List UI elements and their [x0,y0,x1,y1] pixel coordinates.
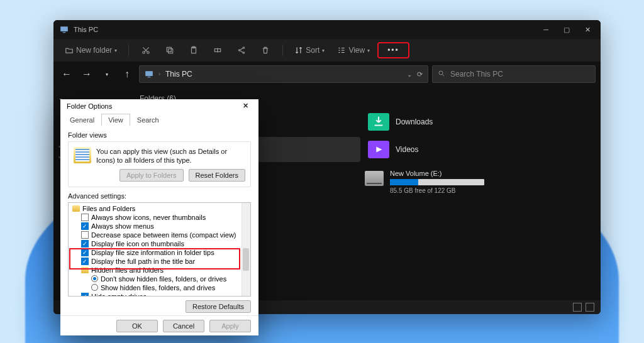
folder-views-icon [74,147,91,163]
search-input[interactable]: Search This PC [432,65,596,83]
toolbar: New folder ▾ Sort ▾ View ▾ ••• [53,39,601,62]
tree-item[interactable]: Don't show hidden files, folders, or dri… [70,275,249,283]
svg-rect-12 [145,71,153,76]
restore-defaults-button[interactable]: Restore Defaults [186,300,251,313]
reset-folders-button[interactable]: Reset Folders [189,169,245,182]
dialog-titlebar: Folder Options ✕ [60,99,258,112]
checkbox[interactable] [81,231,89,239]
checkbox[interactable] [81,214,89,221]
scrollbar-thumb[interactable] [243,248,249,271]
checkbox[interactable]: ✓ [81,249,89,256]
videos-icon [368,141,389,158]
checkbox[interactable]: ✓ [81,293,89,297]
minimize-button[interactable]: ─ [543,26,548,34]
tab-search[interactable]: Search [130,114,166,126]
tree-item[interactable]: Hidden files and folders [70,266,249,275]
search-icon [438,70,445,79]
navigation-row: ← → ▾ ↑ › This PC ⌄ ⟳ Search This PC [53,62,601,87]
radio[interactable] [91,284,98,291]
tree-item[interactable]: ✓Hide empty drives [70,292,249,297]
paste-button[interactable] [183,43,204,57]
apply-to-folders-button[interactable]: Apply to Folders [119,169,183,182]
chevron-right-icon: › [158,71,160,77]
checkbox[interactable]: ✓ [81,222,89,230]
ok-button[interactable]: OK [116,320,158,332]
share-button[interactable] [231,43,252,57]
tree-item[interactable]: ✓Display file size information in folder… [70,248,249,257]
advanced-settings-tree[interactable]: Files and FoldersAlways show icons, neve… [68,202,251,297]
search-placeholder: Search This PC [450,70,503,79]
dialog-tabs: GeneralViewSearch [60,114,258,126]
tree-item[interactable]: Always show icons, never thumbnails [70,213,249,222]
sort-button[interactable]: Sort ▾ [289,43,330,57]
svg-point-9 [243,47,245,48]
svg-point-11 [243,52,245,53]
folder-name: Videos [396,145,418,154]
downloads-icon [368,113,389,131]
ellipsis-icon: ••• [387,46,399,55]
svg-rect-1 [63,32,66,33]
copy-button[interactable] [159,43,180,57]
forward-button[interactable]: → [79,66,95,82]
checkbox[interactable]: ✓ [81,258,89,265]
tree-item[interactable]: Show hidden files, folders, and drives [70,283,249,292]
advanced-settings-heading: Advanced settings: [68,192,251,200]
drive-icon [365,171,384,186]
tree-item[interactable]: ✓Always show menus [70,222,249,231]
delete-button[interactable] [255,43,276,57]
tree-item-label: Files and Folders [82,205,135,212]
folder-name: Downloads [396,117,433,126]
tree-item-label: Don't show hidden files, folders, or dri… [101,275,226,283]
cancel-button[interactable]: Cancel [163,320,204,332]
svg-rect-19 [375,125,383,126]
svg-rect-5 [167,47,172,52]
svg-point-10 [239,50,240,51]
tree-item[interactable]: Files and Folders [70,204,249,213]
folder-tile-videos[interactable]: Videos [363,137,592,162]
tree-item[interactable]: Decrease space between items (compact vi… [70,231,249,239]
large-icons-view-icon[interactable] [586,303,594,312]
svg-rect-4 [169,49,173,53]
up-button[interactable]: ↑ [119,66,135,82]
address-chevron-down-icon[interactable]: ⌄ [407,71,412,78]
checkbox[interactable]: ✓ [81,240,89,248]
tree-item[interactable]: ✓Display file icon on thumbnails [70,239,249,248]
recent-locations-button[interactable]: ▾ [99,66,115,82]
this-pc-breadcrumb-icon [145,70,153,79]
apply-button[interactable]: Apply [209,320,251,332]
dialog-title: Folder Options [67,102,238,110]
drive-name: New Volume (E:) [390,170,592,177]
rename-button[interactable] [207,43,228,57]
folder-options-dialog: Folder Options ✕ GeneralViewSearch Folde… [60,99,258,335]
view-label: View [348,46,365,55]
folder-tile-downloads[interactable]: Downloads [363,109,592,134]
drive-tile[interactable]: New Volume (E:)85.5 GB free of 122 GB [365,170,592,194]
breadcrumb-text: This PC [165,70,192,79]
svg-rect-13 [148,77,151,77]
svg-point-14 [439,71,443,75]
dialog-buttons: OK Cancel Apply [60,315,258,339]
back-button[interactable]: ← [58,66,75,82]
tree-item-label: Display the full path in the title bar [91,258,195,265]
titlebar: This PC ─ ▢ ✕ [53,20,601,39]
refresh-button[interactable]: ⟳ [417,70,423,79]
address-bar[interactable]: › This PC ⌄ ⟳ [139,65,428,83]
folder-icon [72,205,80,212]
maximize-button[interactable]: ▢ [564,26,570,34]
tree-item-label: Show hidden files, folders, and drives [101,284,215,291]
cut-button[interactable] [135,43,157,57]
svg-rect-0 [60,26,68,31]
new-folder-button[interactable]: New folder ▾ [60,43,122,57]
tree-item[interactable]: ✓Display the full path in the title bar [70,257,249,266]
tab-general[interactable]: General [63,114,101,126]
view-tab-page: Folder views You can apply this view (su… [60,126,258,315]
tree-item-label: Display file size information in folder … [91,249,214,256]
radio[interactable] [91,275,98,282]
dialog-close-button[interactable]: ✕ [238,99,253,112]
tab-view[interactable]: View [101,114,130,126]
details-view-icon[interactable] [573,303,582,312]
tree-item-label: Hidden files and folders [91,266,164,274]
close-button[interactable]: ✕ [585,26,591,34]
more-options-button[interactable]: ••• [377,42,409,58]
view-button[interactable]: View ▾ [332,43,375,57]
